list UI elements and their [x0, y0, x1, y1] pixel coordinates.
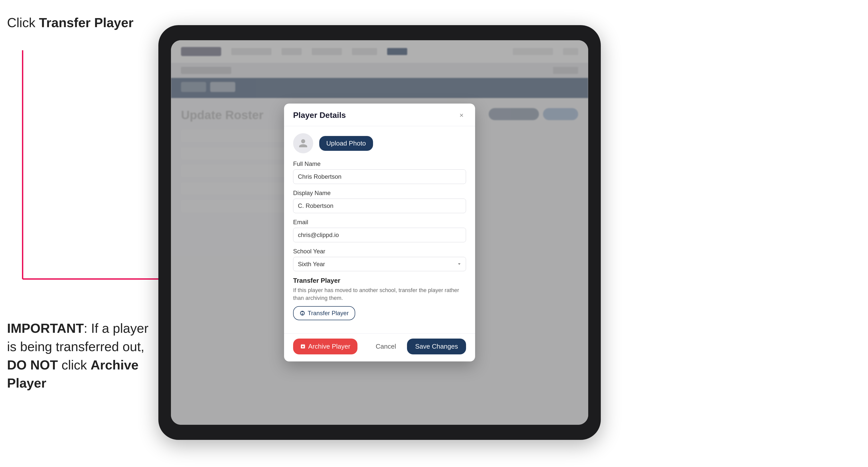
transfer-description: If this player has moved to another scho… — [293, 286, 466, 302]
player-details-modal: Player Details × Upload Photo — [284, 103, 475, 362]
display-name-input[interactable] — [293, 198, 466, 213]
school-year-select[interactable]: First Year Second Year Third Year Fourth… — [293, 257, 466, 271]
school-year-group: School Year First Year Second Year Third… — [293, 248, 466, 271]
modal-header: Player Details × — [284, 103, 475, 126]
full-name-input[interactable] — [293, 169, 466, 184]
modal-body: Upload Photo Full Name Display Name — [284, 126, 475, 333]
archive-player-button[interactable]: Archive Player — [293, 339, 358, 354]
top-annotation: Click Transfer Player — [7, 15, 133, 30]
school-year-label: School Year — [293, 248, 466, 255]
save-changes-button[interactable]: Save Changes — [407, 339, 466, 354]
modal-title: Player Details — [293, 111, 346, 120]
archive-icon — [300, 344, 306, 349]
transfer-player-button[interactable]: Transfer Player — [293, 306, 355, 320]
footer-right-actions: Cancel Save Changes — [371, 339, 466, 354]
display-name-group: Display Name — [293, 189, 466, 213]
photo-section: Upload Photo — [293, 133, 466, 153]
tablet-device: Update Roster Player Details — [158, 25, 601, 440]
transfer-button-label: Transfer Player — [308, 310, 349, 317]
transfer-section: Transfer Player If this player has moved… — [293, 277, 466, 320]
display-name-label: Display Name — [293, 189, 466, 196]
user-icon — [298, 138, 308, 148]
modal-close-button[interactable]: × — [457, 111, 466, 120]
modal-footer: Archive Player Cancel Save Changes — [284, 333, 475, 362]
full-name-label: Full Name — [293, 160, 466, 167]
annotation-bold-text: Transfer Player — [39, 15, 133, 30]
email-input[interactable] — [293, 228, 466, 242]
modal-overlay: Player Details × Upload Photo — [171, 40, 588, 425]
important-label: IMPORTANT — [7, 321, 84, 336]
archive-button-label: Archive Player — [308, 343, 350, 350]
email-label: Email — [293, 219, 466, 226]
cancel-button[interactable]: Cancel — [371, 339, 401, 354]
bottom-annotation: IMPORTANT: If a player is being transfer… — [7, 319, 153, 392]
email-group: Email — [293, 219, 466, 242]
photo-placeholder — [293, 133, 313, 153]
transfer-section-label: Transfer Player — [293, 277, 466, 284]
transfer-icon — [300, 310, 305, 316]
tablet-screen: Update Roster Player Details — [171, 40, 588, 425]
full-name-group: Full Name — [293, 160, 466, 184]
upload-photo-button[interactable]: Upload Photo — [319, 136, 373, 151]
do-not-label: DO NOT — [7, 358, 58, 372]
